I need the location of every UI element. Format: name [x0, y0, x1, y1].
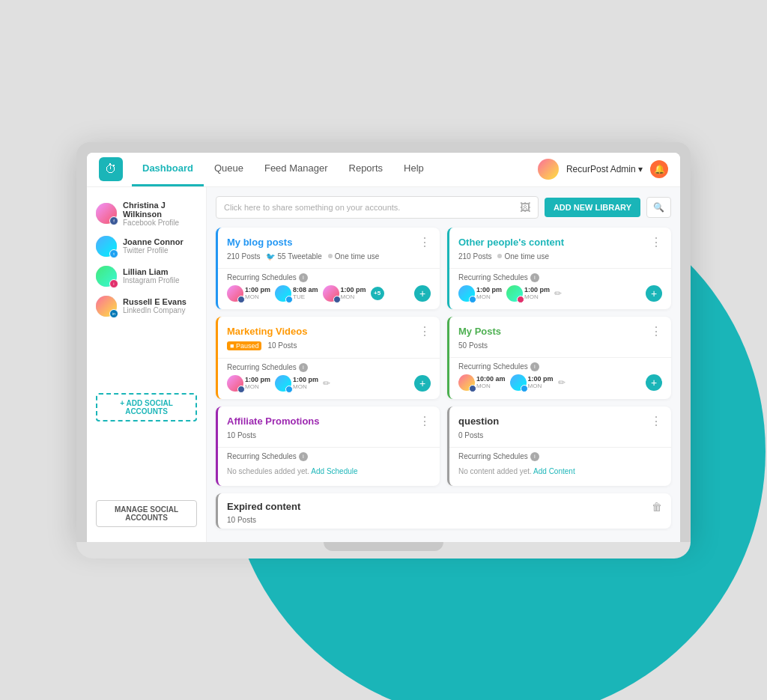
- laptop-screen-outer: ⏱ Dashboard Queue Feed Manager: [76, 142, 691, 542]
- schedule-time: 1:00 pm: [245, 286, 270, 293]
- schedule-avatar: [275, 285, 291, 302]
- card-title-question: question: [458, 416, 499, 427]
- info-icon: i: [530, 362, 539, 371]
- sidebar-account-3[interactable]: i Lillian Liam Instagram Profile: [87, 261, 206, 291]
- card-marketing-videos: Marketing Videos ⋮ ■ Paused 10 Posts: [216, 317, 440, 399]
- content-area: Click here to share something on your ac…: [207, 187, 680, 542]
- edit-schedule-button[interactable]: ✏: [554, 288, 562, 299]
- schedule-time: 1:00 pm: [476, 286, 502, 293]
- logo-icon[interactable]: ⏱: [99, 157, 123, 181]
- search-bar: Click here to share something on your ac…: [216, 196, 671, 219]
- schedule-item: 8:08 am TUE: [275, 285, 318, 302]
- add-content-link[interactable]: Add Content: [533, 467, 575, 475]
- card-affiliate: Affiliate Promotions ⋮ 10 Posts Recurrin…: [216, 407, 440, 486]
- trash-icon[interactable]: 🗑: [652, 501, 662, 513]
- card-others-content: Other people's content ⋮ 210 Posts One t…: [447, 228, 671, 309]
- account-name-1: Christina J Wilkinson: [123, 201, 197, 219]
- card-question: question ⋮ 0 Posts Recurring Schedules i: [447, 407, 671, 486]
- laptop-base: [76, 542, 691, 559]
- account-name-2: Joanne Connor: [123, 237, 184, 246]
- nav-link-feed-manager[interactable]: Feed Manager: [254, 153, 339, 187]
- scene: ⏱ Dashboard Queue Feed Manager: [46, 25, 721, 676]
- schedule-day: MON: [476, 383, 506, 389]
- bell-icon[interactable]: 🔔: [650, 160, 668, 178]
- account-avatar-4: in: [96, 296, 117, 317]
- schedule-time: 1:00 pm: [524, 286, 550, 293]
- schedule-day: MON: [245, 293, 270, 300]
- blog-meta-posts: 210 Posts: [227, 252, 260, 261]
- info-icon: i: [530, 452, 539, 461]
- question-meta-posts: 0 Posts: [458, 431, 483, 439]
- add-schedule-button[interactable]: +: [646, 285, 662, 302]
- account-type-1: Facebook Profile: [123, 219, 197, 227]
- add-schedule-link[interactable]: Add Schedule: [311, 467, 357, 475]
- card-menu-myposts[interactable]: ⋮: [650, 324, 662, 338]
- search-icon-button[interactable]: 🔍: [646, 197, 671, 218]
- search-input-wrap[interactable]: Click here to share something on your ac…: [216, 196, 539, 219]
- edit-schedule-button[interactable]: ✏: [323, 378, 330, 389]
- nav-link-dashboard[interactable]: Dashboard: [132, 153, 204, 187]
- schedule-avatar: [227, 375, 243, 392]
- card-menu-affiliate[interactable]: ⋮: [419, 414, 431, 428]
- nav-link-reports[interactable]: Reports: [339, 153, 394, 187]
- schedule-day: MON: [476, 293, 502, 300]
- schedule-day: MON: [524, 293, 550, 300]
- manage-social-accounts-button[interactable]: MANAGE SOCIAL ACCOUNTS: [96, 500, 197, 527]
- card-menu-blog[interactable]: ⋮: [419, 235, 431, 249]
- schedule-time: 1:00 pm: [341, 286, 366, 293]
- schedule-item: 1:00 pm MON: [227, 285, 270, 302]
- nav-link-help[interactable]: Help: [393, 153, 434, 187]
- schedule-avatar: [227, 285, 243, 302]
- blog-meta-oneuse: One time use: [328, 252, 379, 261]
- nav-link-queue[interactable]: Queue: [204, 153, 254, 187]
- myposts-meta-posts: 50 Posts: [458, 341, 488, 350]
- card-title-others: Other people's content: [458, 237, 564, 248]
- card-menu-marketing[interactable]: ⋮: [419, 324, 431, 338]
- question-recurring-label: Recurring Schedules i: [458, 448, 662, 464]
- others-recurring-label: Recurring Schedules i: [458, 269, 662, 285]
- add-social-accounts-button[interactable]: + ADD SOCIAL ACCOUNTS: [96, 393, 197, 421]
- myposts-recurring-label: Recurring Schedules i: [458, 358, 662, 374]
- sidebar-account-4[interactable]: in Russell E Evans LinkedIn Company: [87, 291, 206, 321]
- user-name[interactable]: RecurPost Admin ▾: [566, 164, 643, 174]
- card-menu-question[interactable]: ⋮: [650, 414, 662, 428]
- add-schedule-button[interactable]: +: [414, 285, 431, 302]
- sidebar-account-2[interactable]: t Joanne Connor Twitter Profile: [87, 231, 206, 261]
- sidebar: f Christina J Wilkinson Facebook Profile: [87, 187, 207, 542]
- navbar: ⏱ Dashboard Queue Feed Manager: [87, 153, 680, 187]
- account-type-3: Instagram Profile: [123, 276, 180, 284]
- card-title-expired: Expired content: [227, 501, 300, 512]
- card-menu-others[interactable]: ⋮: [650, 235, 662, 249]
- laptop-screen-inner: ⏱ Dashboard Queue Feed Manager: [87, 153, 680, 542]
- search-icon: 🔍: [653, 202, 664, 213]
- schedule-avatar: [506, 285, 523, 302]
- add-new-library-button[interactable]: ADD NEW LIBRARY: [545, 198, 640, 217]
- schedule-item: 1:00 pm MON: [458, 285, 502, 302]
- account-type-4: LinkedIn Company: [123, 306, 187, 314]
- add-schedule-button[interactable]: +: [646, 374, 662, 391]
- search-placeholder: Click here to share something on your ac…: [224, 203, 514, 212]
- expired-meta-posts: 10 Posts: [227, 516, 256, 524]
- schedule-day: MON: [293, 383, 318, 390]
- no-schedule-text: No schedules added yet. Add Schedule: [227, 464, 431, 478]
- schedule-item: 1:00 pm MON: [510, 374, 554, 391]
- others-meta-posts: 210 Posts: [458, 252, 491, 261]
- account-avatar-2: t: [96, 236, 117, 257]
- card-blog-posts: My blog posts ⋮ 210 Posts 🐦 55 Tweetable…: [216, 228, 440, 309]
- instagram-badge: i: [109, 279, 118, 288]
- card-my-posts: My Posts ⋮ 50 Posts Recurring Schedules …: [447, 317, 671, 399]
- twitter-badge: t: [109, 249, 118, 258]
- blog-meta-tweetable: 🐦 55 Tweetable: [266, 252, 321, 261]
- account-name-3: Lillian Liam: [123, 267, 180, 276]
- main: f Christina J Wilkinson Facebook Profile: [87, 187, 680, 542]
- account-type-2: Twitter Profile: [123, 246, 184, 255]
- others-schedules-row: 1:00 pm MON: [458, 285, 662, 302]
- myposts-schedules-row: 10:00 am MON: [458, 374, 662, 391]
- edit-schedule-button[interactable]: ✏: [558, 377, 566, 388]
- schedule-time: 10:00 am: [476, 375, 506, 383]
- sidebar-account-1[interactable]: f Christina J Wilkinson Facebook Profile: [87, 196, 206, 231]
- more-schedules-badge: +5: [371, 287, 384, 300]
- schedule-time: 1:00 pm: [528, 375, 554, 383]
- blog-recurring-label: Recurring Schedules i: [227, 269, 431, 285]
- add-schedule-button[interactable]: +: [414, 375, 431, 392]
